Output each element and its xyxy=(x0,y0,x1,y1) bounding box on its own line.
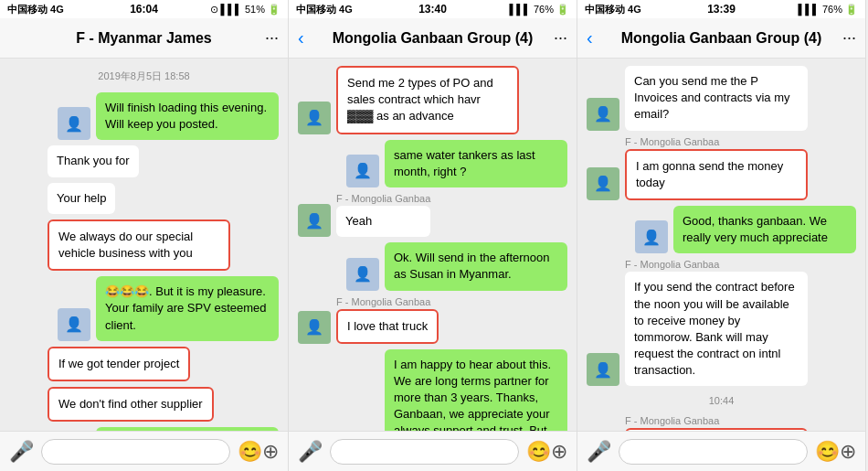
message-bubble: If you send the contract before the noon… xyxy=(625,272,808,386)
message-bubble: Yeah xyxy=(336,206,430,237)
message-bubble: Thank you for trust. We will always make… xyxy=(96,427,279,431)
back-button[interactable]: ‹ xyxy=(298,27,304,48)
status-right: ▌▌▌ 76% 🔋 xyxy=(510,4,569,16)
message-row: 👤F - Mongolia GanbaaYour trucks' quality… xyxy=(587,415,856,431)
chat-footer: 🎤😊⊕ xyxy=(577,431,865,471)
status-time: 16:04 xyxy=(130,3,158,16)
more-button[interactable]: ··· xyxy=(265,28,279,48)
chat-header: ‹Mongolia Ganbaan Group (4)··· xyxy=(577,18,865,59)
message-row: 😂😂😂. But it is my pleasure. Your family … xyxy=(9,276,279,341)
chat-messages: 2019年8月5日 18:58Will finish loading this … xyxy=(0,59,288,431)
message-bubble: Send me 2 types of PO and sales contract… xyxy=(336,66,519,134)
status-time: 13:39 xyxy=(707,3,736,16)
avatar: 👤 xyxy=(58,308,90,341)
add-icon[interactable]: ⊕ xyxy=(840,440,856,464)
message-row: We always do our special vehicle busines… xyxy=(9,219,279,271)
chat-input[interactable] xyxy=(619,439,808,465)
message-row: Ok. Will send in the afternoon as Susan … xyxy=(298,242,567,290)
avatar: 👤 xyxy=(587,98,619,131)
message-row: Your help xyxy=(9,183,279,214)
status-right: ▌▌▌ 76% 🔋 xyxy=(799,4,858,16)
avatar: 👤 xyxy=(298,102,331,134)
time-label: 10:44 xyxy=(587,395,856,406)
message-row: 👤Send me 2 types of PO and sales contrac… xyxy=(298,66,567,134)
message-row: same water tankers as last month, right … xyxy=(298,140,567,187)
more-button[interactable]: ··· xyxy=(842,28,856,48)
message-bubble: Will finish loading this evening. Will k… xyxy=(96,92,279,140)
message-row: Good, thanks ganbaan. We really very muc… xyxy=(587,206,856,253)
chat-input[interactable] xyxy=(330,439,519,465)
avatar: 👤 xyxy=(346,258,379,291)
date-label: 2019年8月5日 18:58 xyxy=(9,70,279,83)
sender-name: F - Mongolia Ganbaa xyxy=(625,259,808,270)
message-bubble: Your help xyxy=(48,183,115,214)
status-right: ⊙ ▌▌▌ 51% 🔋 xyxy=(210,4,281,16)
wifi-icon: ⊙ xyxy=(210,4,218,16)
chat-footer: 🎤😊⊕ xyxy=(289,431,577,471)
chat-messages: 👤Can you send me the P Invoices and cont… xyxy=(577,59,865,431)
status-time: 13:40 xyxy=(418,3,447,16)
chat-footer: 🎤😊⊕ xyxy=(0,431,288,471)
message-row: 👤Can you send me the P Invoices and cont… xyxy=(587,66,856,131)
phone-panel-1: 中国移动 4G 16:04 ⊙ ▌▌▌ 51% 🔋 F - Myanmar Ja… xyxy=(0,0,289,471)
add-icon[interactable]: ⊕ xyxy=(551,440,567,464)
chat-input[interactable] xyxy=(41,439,230,465)
avatar: 👤 xyxy=(346,155,379,187)
message-row: If we got tender project xyxy=(9,347,279,381)
status-carrier: 中国移动 4G xyxy=(7,3,64,16)
status-bar: 中国移动 4G 13:39 ▌▌▌ 76% 🔋 xyxy=(577,0,865,18)
avatar: 👤 xyxy=(298,311,331,344)
chat-header: ‹Mongolia Ganbaan Group (4)··· xyxy=(289,18,577,59)
message-row: 👤F - Mongolia GanbaaI love that truck xyxy=(298,296,567,344)
message-bubble: I am happy to hear about this. We are lo… xyxy=(385,349,567,431)
mic-icon[interactable]: 🎤 xyxy=(587,440,611,464)
avatar: 👤 xyxy=(587,167,619,200)
chat-title: Mongolia Ganbaan Group (4) xyxy=(333,30,534,47)
message-row: I am happy to hear about this. We are lo… xyxy=(298,349,567,431)
message-bubble: Your trucks' quality and your attitute o… xyxy=(625,428,808,431)
chat-title: F - Myanmar James xyxy=(76,30,212,47)
message-row: Will finish loading this evening. Will k… xyxy=(9,92,279,140)
message-bubble: 😂😂😂. But it is my pleasure. Your family … xyxy=(96,276,279,341)
signal-icon: ▌▌▌ xyxy=(799,4,820,15)
message-row: We don't find other supplier xyxy=(9,387,279,422)
message-row: 👤F - Mongolia GanbaaIf you send the cont… xyxy=(587,259,856,386)
message-row: Thank you for xyxy=(9,145,279,177)
back-button[interactable]: ‹ xyxy=(587,27,593,48)
add-icon[interactable]: ⊕ xyxy=(262,440,279,464)
signal-icon: ▌▌▌ xyxy=(510,4,531,15)
mic-icon[interactable]: 🎤 xyxy=(298,440,323,464)
signal-icon: ▌▌▌ xyxy=(221,4,242,15)
more-button[interactable]: ··· xyxy=(554,28,567,48)
message-bubble: We always do our special vehicle busines… xyxy=(48,219,230,271)
avatar: 👤 xyxy=(587,353,619,386)
sender-name: F - Mongolia Ganbaa xyxy=(625,136,808,147)
avatar: 👤 xyxy=(298,204,331,237)
battery-indicator: 76% 🔋 xyxy=(822,4,858,16)
message-bubble: I am gonna send the money today xyxy=(625,149,808,200)
phone-panel-3: 中国移动 4G 13:39 ▌▌▌ 76% 🔋 ‹Mongolia Ganbaa… xyxy=(577,0,866,471)
status-carrier: 中国移动 4G xyxy=(296,3,353,16)
chat-header: F - Myanmar James··· xyxy=(0,18,288,59)
message-bubble: I love that truck xyxy=(336,309,439,344)
sender-name: F - Mongolia Ganbaa xyxy=(336,193,430,204)
message-row: 👤F - Mongolia GanbaaI am gonna send the … xyxy=(587,136,856,200)
message-bubble: We don't find other supplier xyxy=(48,387,214,422)
status-bar: 中国移动 4G 13:40 ▌▌▌ 76% 🔋 xyxy=(289,0,577,18)
message-bubble: Good, thanks ganbaan. We really very muc… xyxy=(673,206,856,253)
message-bubble: Can you send me the P Invoices and contr… xyxy=(625,66,808,131)
emoji-icon[interactable]: 😊 xyxy=(526,440,551,464)
emoji-icon[interactable]: 😊 xyxy=(815,440,840,464)
mic-icon[interactable]: 🎤 xyxy=(9,440,34,464)
chat-title: Mongolia Ganbaan Group (4) xyxy=(621,30,822,47)
message-bubble: same water tankers as last month, right … xyxy=(385,140,567,187)
sender-name: F - Mongolia Ganbaa xyxy=(625,415,808,426)
emoji-icon[interactable]: 😊 xyxy=(238,440,262,464)
message-bubble: Thank you for xyxy=(48,145,139,177)
message-bubble: Ok. Will send in the afternoon as Susan … xyxy=(385,242,567,290)
battery-indicator: 76% 🔋 xyxy=(534,4,569,16)
battery-indicator: 51% 🔋 xyxy=(245,4,281,16)
phone-panel-2: 中国移动 4G 13:40 ▌▌▌ 76% 🔋 ‹Mongolia Ganbaa… xyxy=(289,0,577,471)
message-bubble: If we got tender project xyxy=(48,347,190,381)
message-row: 👤F - Mongolia GanbaaYeah xyxy=(298,193,567,237)
